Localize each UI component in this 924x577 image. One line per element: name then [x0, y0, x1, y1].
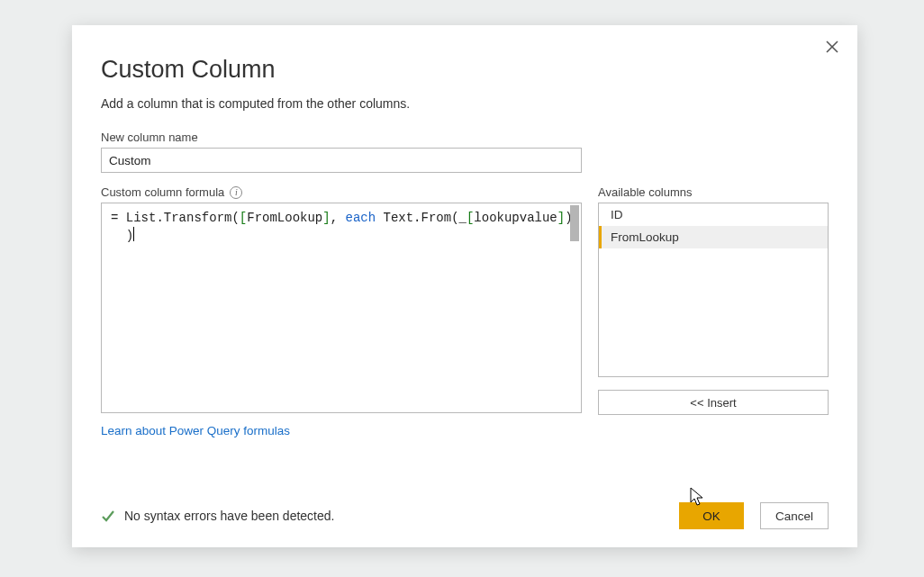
cancel-button[interactable]: Cancel — [760, 502, 829, 529]
formula-editor[interactable]: = List.Transform([FromLookup], each Text… — [101, 203, 582, 413]
info-icon[interactable]: i — [230, 186, 242, 199]
status-row: No syntax errors have been detected. — [101, 509, 334, 523]
available-columns-list[interactable]: IDFromLookup — [598, 203, 829, 377]
formula-label: Custom column formula i — [101, 185, 582, 199]
learn-link[interactable]: Learn about Power Query formulas — [101, 424, 290, 437]
available-column-item[interactable]: ID — [599, 203, 828, 226]
scrollbar-thumb[interactable] — [570, 205, 579, 241]
scrollbar[interactable] — [570, 205, 579, 410]
available-column-item[interactable]: FromLookup — [599, 226, 828, 248]
dialog-subtitle: Add a column that is computed from the o… — [101, 96, 829, 111]
insert-button[interactable]: << Insert — [598, 390, 829, 415]
available-columns-label: Available columns — [598, 185, 829, 199]
text-caret — [133, 227, 134, 241]
status-text: No syntax errors have been detected. — [124, 509, 334, 523]
custom-column-dialog: Custom Column Add a column that is compu… — [72, 25, 857, 547]
dialog-title: Custom Column — [101, 56, 829, 84]
formula-text[interactable]: = List.Transform([FromLookup], each Text… — [102, 203, 581, 250]
new-column-name-input[interactable] — [101, 148, 582, 173]
new-column-name-label: New column name — [101, 131, 829, 144]
check-icon — [101, 509, 115, 523]
ok-button[interactable]: OK — [679, 502, 744, 529]
